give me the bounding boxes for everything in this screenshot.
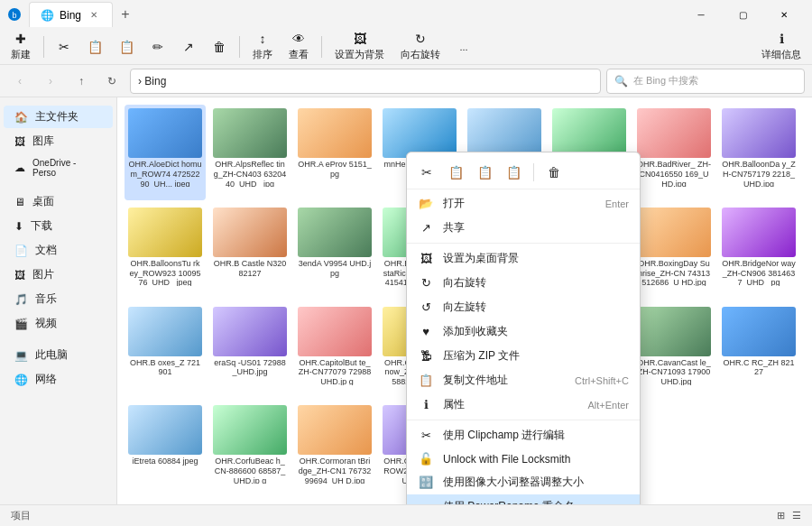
photo-item[interactable]: OHR.Cormoran tBridge_ZH-CN1 7673299694_U… [294, 401, 375, 497]
ctx-resize[interactable]: 🔡 使用图像大小词整器调整大小 [407, 470, 640, 494]
sidebar-item-network[interactable]: 🌐 网络 [4, 368, 113, 391]
list-view-icon[interactable]: ☰ [792, 510, 801, 521]
photo-item[interactable]: OHR.AloeDict homum_ROW74 47252290_UH... … [125, 105, 206, 200]
photo-item[interactable]: OHR.CapitolBut te_ZH-CN77079 72988_UHD.j… [294, 303, 375, 399]
photo-item[interactable]: OHR.A eProv 5151_ pg [294, 105, 375, 200]
ctx-rotate-right[interactable]: ↻ 向右旋转 [407, 271, 640, 295]
network-icon: 🌐 [14, 374, 28, 386]
photo-item[interactable]: eraSq -US01 72988_UHD.jpg [209, 303, 291, 399]
search-placeholder: 在 Bing 中搜索 [633, 74, 698, 88]
status-bar: 项目 ⊞ ☰ [0, 504, 812, 526]
minimize-button[interactable]: ─ [680, 0, 722, 29]
photo-name: OHR.Cormoran tBridge_ZH-CN1 7673299694_U… [298, 457, 372, 484]
ctx-open[interactable]: 📂 打开 Enter [407, 191, 640, 216]
photo-name: OHR.BoxingDay Sunrise_ZH-CN 74313512686_… [637, 259, 711, 286]
maximize-button[interactable]: ▢ [722, 0, 763, 29]
photo-item[interactable]: OHR.BadRiver_ ZH-CN0416550 169_UHD.jpg [633, 105, 715, 200]
ctx-set-wallpaper[interactable]: 🖼 设置为桌面背景 [407, 246, 640, 271]
main-content: 🏠 主文件夹 🖼 图库 ☁ OneDrive - Perso 🖥 桌面 ⬇ 下载… [0, 97, 812, 504]
back-button[interactable]: ‹ [7, 69, 32, 94]
photo-item[interactable]: OHR.BoxingDay Sunrise_ZH-CN 74313512686_… [633, 204, 715, 300]
ctx-zip-icon: 🗜 [418, 349, 434, 363]
sidebar-item-music[interactable]: 🎵 音乐 [4, 288, 113, 310]
view-button[interactable]: 👁 查看 [281, 31, 316, 63]
sidebar-item-home[interactable]: 🏠 主文件夹 [4, 106, 113, 128]
refresh-button[interactable]: ↻ [99, 69, 125, 94]
search-bar[interactable]: 🔍 在 Bing 中搜索 [606, 69, 805, 94]
photo-name: OHR.CapitolBut te_ZH-CN77079 72988_UHD.j… [298, 358, 372, 385]
details-button[interactable]: ℹ 详细信息 [754, 31, 808, 63]
tab-bar: 🌐 Bing ✕ + [29, 2, 138, 27]
sidebar-item-videos[interactable]: 🎬 视频 [4, 312, 113, 335]
photo-item[interactable]: OHR.CorfuBeac h_CN-886600 68587_UHD.jp g [209, 401, 291, 497]
sidebar-item-label-network: 网络 [35, 372, 57, 387]
ctx-locksmith[interactable]: 🔓 Unlock with File Locksmith [407, 448, 640, 470]
up-button[interactable]: ↑ [69, 69, 94, 94]
ctx-copy-path[interactable]: 📋 复制文件地址 Ctrl+Shift+C [407, 368, 640, 392]
rotate-right-label: 向右旋转 [401, 48, 440, 61]
photo-item[interactable]: OHR.BalloonDa y_ZH-CN757179 2218_UHD.jpg [718, 105, 799, 200]
photo-thumbnail [722, 208, 796, 257]
ctx-mini-separator [533, 163, 534, 181]
close-button[interactable]: ✕ [763, 0, 805, 29]
tab-close-button[interactable]: ✕ [87, 8, 101, 23]
sidebar-item-gallery[interactable]: 🖼 图库 [4, 130, 113, 152]
ctx-properties[interactable]: ℹ 属性 Alt+Enter [407, 392, 640, 417]
photo-item[interactable]: 3endA V9954 UHD.j pg [294, 204, 375, 300]
ctx-locksmith-icon: 🔓 [418, 452, 434, 466]
delete-button[interactable]: 🗑 [205, 31, 234, 63]
new-tab-button[interactable]: + [113, 2, 138, 27]
grid-view-icon[interactable]: ⊞ [777, 510, 785, 521]
ctx-zip[interactable]: 🗜 压缩为 ZIP 文件 [407, 344, 640, 368]
photo-item[interactable]: OHR.CavanCast le_ZH-CN71093 17900_UHD.jp… [633, 303, 715, 399]
ctx-copy-button[interactable]: 📋 [443, 160, 468, 185]
photo-name: OHR.A eProv 5151_ pg [298, 160, 372, 180]
photo-item[interactable]: OHR.B Castle N320 82127 [209, 204, 291, 300]
ctx-powerrename[interactable]: ✏ 使用 PowerRename 重命名 [407, 494, 640, 504]
photo-thumbnail [128, 307, 202, 356]
rename-button[interactable]: ✏ [143, 31, 172, 63]
rotate-right-icon: ↻ [415, 32, 426, 46]
sidebar-item-thispc[interactable]: 💻 此电脑 [4, 344, 113, 366]
share-button[interactable]: ↗ [174, 31, 203, 63]
app-icon: b [7, 7, 22, 22]
sidebar-item-label-videos: 视频 [35, 316, 57, 331]
photo-item[interactable]: OHR.BalloonsTu rkey_ROW923 1009576_UHD_ … [125, 204, 206, 300]
photo-name: OHR.BadRiver_ ZH-CN0416550 169_UHD.jpg [637, 160, 711, 187]
ctx-powerrename-label: 使用 PowerRename 重命名 [443, 499, 629, 504]
sidebar-item-desktop[interactable]: 🖥 桌面 [4, 190, 113, 213]
ctx-rotate-left[interactable]: ↺ 向左旋转 [407, 295, 640, 319]
ctx-set-wallpaper-label: 设置为桌面背景 [443, 251, 629, 266]
ctx-cut-button[interactable]: ✂ [414, 160, 439, 185]
ctx-share[interactable]: ↗ 共享 [407, 216, 640, 240]
breadcrumb[interactable]: › Bing [130, 69, 601, 94]
set-as-bg-button[interactable]: 🖼 设置为背景 [328, 31, 392, 63]
photo-item[interactable]: OHR.B oxes_Z 721901 [125, 303, 206, 399]
sidebar-item-documents[interactable]: 📄 文档 [4, 239, 113, 262]
ctx-add-favorites[interactable]: ♥ 添加到收藏夹 [407, 319, 640, 344]
paste-button[interactable]: 📋 [112, 31, 142, 63]
copy-button[interactable]: 📋 [80, 31, 110, 63]
ctx-copy2-button[interactable]: 📋 [472, 160, 497, 185]
ctx-paste-button[interactable]: 📋 [501, 160, 526, 185]
thispc-icon: 💻 [14, 349, 28, 362]
more-button[interactable]: ... [449, 31, 478, 63]
sidebar-item-onedrive[interactable]: ☁ OneDrive - Perso [4, 154, 113, 181]
ctx-add-favorites-label: 添加到收藏夹 [443, 324, 629, 339]
photo-item[interactable]: iEtreta 60884 jpeg [125, 401, 206, 497]
view-icon: 👁 [292, 32, 305, 46]
new-button[interactable]: ✚ 新建 [4, 31, 38, 63]
photo-item[interactable]: OHR.BridgeNor way_ZH-CN906 3814637_UHD_ … [718, 204, 799, 300]
sort-button[interactable]: ↕ 排序 [245, 31, 280, 63]
ctx-clipchamp[interactable]: ✂ 使用 Clipchamp 进行编辑 [407, 423, 640, 448]
sidebar-item-pictures[interactable]: 🖼 图片 [4, 263, 113, 286]
photo-item[interactable]: OHR.C RC_ZH 82127 [718, 303, 799, 399]
ctx-delete-button[interactable]: 🗑 [541, 160, 567, 185]
photo-name: OHR.AlpsReflec ting_ZH-CN403 6320440_UHD… [213, 160, 287, 187]
rotate-right-button[interactable]: ↻ 向右旋转 [393, 31, 448, 63]
forward-button[interactable]: › [38, 69, 63, 94]
photo-item[interactable]: OHR.AlpsReflec ting_ZH-CN403 6320440_UHD… [209, 105, 291, 200]
cut-button[interactable]: ✂ [50, 31, 78, 63]
tab-bing[interactable]: 🌐 Bing ✕ [29, 2, 113, 27]
sidebar-item-downloads[interactable]: ⬇ 下载 [4, 215, 113, 237]
